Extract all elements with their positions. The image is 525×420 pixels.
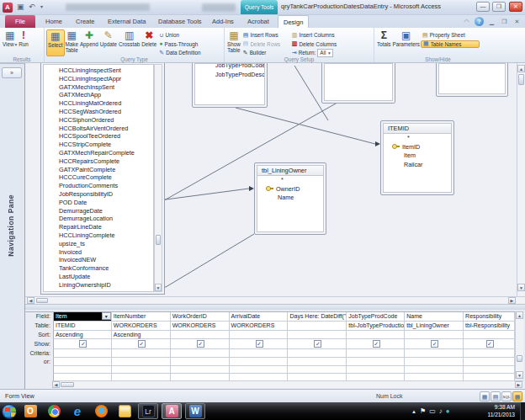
db-minimize-icon[interactable]: ▁ (487, 17, 496, 26)
field-list-table[interactable]: HCCLiningInspectSentHCCLiningInspectAppr… (40, 63, 165, 295)
outlook-icon[interactable]: O (20, 403, 40, 419)
grid-field-cell[interactable]: ItemNumber (112, 312, 171, 322)
sync-tray-icon[interactable]: ● (446, 407, 450, 416)
field-list-item[interactable]: GATXMechRepairComplete (44, 149, 153, 157)
hidden-icons-chevron[interactable]: ▲ (411, 407, 416, 416)
db-close-icon[interactable]: ✕ (512, 17, 522, 26)
grid-table-cell[interactable] (288, 322, 347, 331)
action-center-flag-icon[interactable]: ⚑ (420, 407, 426, 416)
scroll-down-icon[interactable]: ▼ (517, 284, 525, 291)
show-checkbox[interactable]: ✓ (314, 340, 321, 348)
minimize-button[interactable]: — (476, 2, 490, 12)
scrollbar-thumb[interactable] (156, 235, 161, 245)
grid-show-cell[interactable]: ✓ (288, 339, 347, 349)
field-list-item[interactable]: LiningOwnershipID (44, 281, 153, 290)
grid-sort-cell[interactable] (347, 331, 405, 339)
grid-criteria-cell[interactable] (464, 349, 515, 358)
scrollbar-thumb[interactable] (36, 298, 48, 303)
grid-criteria-cell[interactable] (288, 349, 347, 358)
property-sheet-button[interactable]: ▤ Property Sheet (421, 31, 480, 40)
grid-field-cell[interactable]: Responsibility (464, 312, 515, 322)
field-list-item[interactable]: HCCLiningInspectSent (44, 66, 153, 75)
volume-icon[interactable]: ♪ (439, 407, 443, 416)
undo-icon[interactable]: ↶ (29, 3, 35, 12)
field-list-item[interactable]: HCCLiningComplete (44, 231, 153, 240)
network-icon[interactable]: ▭ (429, 407, 436, 416)
nav-pane-expand-button[interactable]: » (2, 67, 22, 78)
tab-file[interactable]: File (5, 15, 35, 28)
pivot-view-icon[interactable]: ▤ (491, 391, 501, 401)
minimize-ribbon-icon[interactable]: ◠ (462, 17, 471, 26)
show-checkbox[interactable]: ✓ (138, 340, 146, 348)
grid-field-cell[interactable]: Item▾ (53, 312, 112, 322)
scrollbar-thumb[interactable] (517, 355, 522, 362)
grid-table-cell[interactable]: tbl-JobTypeProduction (347, 322, 405, 331)
field-list-item[interactable]: Invoiced (44, 248, 153, 257)
grid-show-cell[interactable]: ✓ (464, 339, 515, 349)
tab-external-data[interactable]: External Data (103, 15, 151, 28)
grid-sort-cell[interactable] (288, 331, 347, 339)
scroll-left-icon[interactable]: ◀ (27, 297, 34, 304)
field-list-item[interactable]: InvoicedNEW (44, 256, 153, 264)
scroll-up-icon[interactable]: ▲ (516, 311, 523, 319)
tab-database-tools[interactable]: Database Tools (153, 15, 207, 28)
grid-table-cell[interactable]: tbl-Responsibility (464, 322, 515, 331)
show-checkbox[interactable]: ✓ (256, 340, 263, 348)
grid-field-cell[interactable]: WorkOrderID (171, 312, 230, 322)
table-names-button[interactable]: ▦ Table Names (421, 40, 480, 49)
grid-blank-cell[interactable] (171, 366, 230, 374)
grid-blank-cell[interactable] (112, 366, 171, 374)
field-list-item[interactable]: upsize_ts (44, 240, 153, 248)
table-field-star[interactable]: * (384, 134, 451, 143)
scroll-right-icon[interactable]: ▶ (508, 297, 516, 304)
table-field[interactable]: JobTypeProdDesc (195, 71, 264, 80)
table-field-item[interactable]: Item (384, 152, 451, 161)
taskbar-clock[interactable]: 9:38 AM 11/21/2013 (471, 404, 515, 418)
grid-blank-cell[interactable] (230, 366, 289, 374)
field-list-item[interactable]: GATXMechInspSent (44, 83, 153, 92)
save-icon[interactable]: ▣ (17, 3, 24, 12)
grid-show-cell[interactable]: ✓ (230, 339, 289, 349)
grid-field-cell[interactable]: Name (405, 312, 464, 322)
show-table-button[interactable]: ▦ Show Table (226, 29, 241, 56)
grid-table-cell[interactable]: WORKORDERS (112, 322, 171, 331)
grid-blank-cell[interactable] (405, 366, 464, 374)
grid-blank-cell[interactable] (288, 366, 347, 374)
field-list-item[interactable]: HCCRepairsComplete (44, 157, 153, 166)
scroll-left-icon[interactable]: ◀ (52, 381, 60, 388)
db-restore-icon[interactable]: ❐ (500, 17, 509, 26)
totals-button[interactable]: Σ Totals (376, 29, 391, 56)
make-table-button[interactable]: ▦ Make Table (65, 29, 79, 56)
show-checkbox[interactable]: ✓ (431, 340, 438, 348)
append-button[interactable]: ✚ Append (79, 29, 99, 56)
datasheet-view-icon[interactable]: ▦ (480, 391, 490, 401)
table-title[interactable]: tbl_LiningOwner (257, 165, 324, 175)
grid-field-cell[interactable]: ArrivalDate (230, 312, 289, 322)
tab-acrobat[interactable]: Acrobat (242, 15, 274, 28)
grid-field-cell[interactable]: Days Here: DateDiff("d", (288, 312, 347, 322)
access-taskbar-icon[interactable]: A (162, 403, 182, 419)
grid-criteria-cell[interactable] (347, 349, 405, 358)
field-list-item[interactable]: HCCSegWashOrdered (44, 108, 153, 116)
table-partial[interactable] (321, 63, 395, 104)
update-button[interactable]: ✎ Update (99, 29, 118, 56)
show-checkbox[interactable]: ✓ (486, 340, 494, 348)
grid-sort-cell[interactable] (230, 331, 289, 339)
field-list-item[interactable]: HCCBoltsAirVentOrdered (44, 125, 153, 133)
scroll-right-icon[interactable]: ▶ (515, 381, 522, 388)
field-list-item[interactable]: HCCCureComplete (44, 173, 153, 182)
table-partial[interactable] (436, 63, 508, 97)
query-design-canvas[interactable]: HCCLiningInspectSentHCCLiningInspectAppr… (25, 63, 525, 296)
field-list-item[interactable]: GATXMechApp (44, 91, 153, 99)
scroll-down-icon[interactable]: ▼ (155, 284, 162, 291)
grid-table-cell[interactable]: WORKORDERS (171, 322, 230, 331)
table-lining-owner[interactable]: tbl_LiningOwner * OwnerID Name (254, 162, 326, 235)
start-button[interactable] (2, 404, 17, 419)
show-checkbox[interactable]: ✓ (197, 340, 204, 348)
show-checkbox[interactable]: ✓ (79, 340, 87, 348)
show-desktop-button[interactable] (520, 402, 525, 420)
field-list-item[interactable]: DemurrageLocation (44, 215, 153, 223)
insert-columns-button[interactable]: ▥ Insert Columns (290, 31, 354, 40)
field-list-item[interactable]: DemurrageDate (44, 207, 153, 215)
grid-or-cell[interactable] (230, 358, 289, 366)
